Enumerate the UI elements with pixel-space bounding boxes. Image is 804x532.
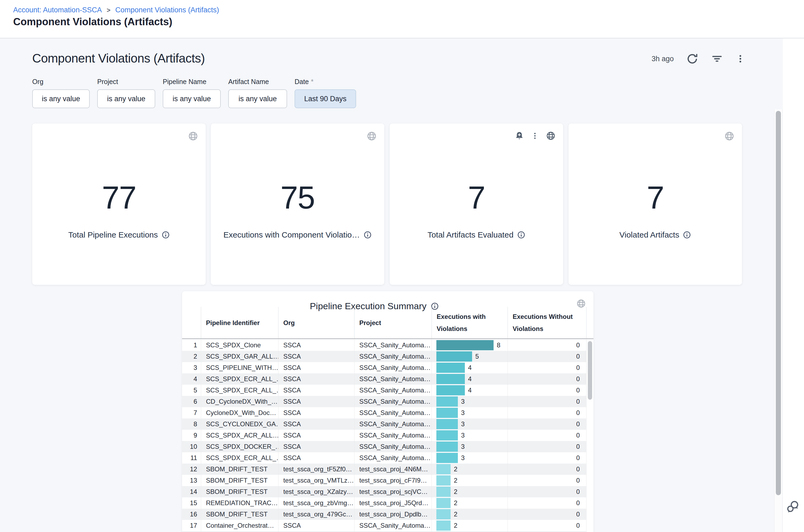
project-cell: SSCA_Sanity_Automa… — [354, 452, 432, 463]
filter-value-button[interactable]: is any value — [32, 89, 90, 108]
violations-bar — [436, 498, 451, 508]
info-icon[interactable] — [363, 231, 372, 239]
table-row: 17Container_Orchestrat…SSCASSCA_Sanity_A… — [182, 520, 594, 531]
row-number-cell: 1 — [182, 340, 201, 351]
last-refreshed-timestamp: 3h ago — [652, 55, 674, 63]
table-row: 14SBOM_DRIFT_TESTtest_ssca_org_XZalzy…te… — [182, 486, 594, 497]
table-column-header: Executions with Violations — [432, 307, 507, 339]
table-header-gutter — [586, 307, 594, 339]
table-scrollbar-track — [586, 340, 594, 532]
executions-without-violations-cell: 0 — [507, 497, 586, 509]
org-cell: SSCA — [278, 441, 354, 452]
table-scrollbar-thumb[interactable] — [588, 341, 592, 400]
pipeline-identifier-cell: SCS_SPDX_ACR_ALL… — [201, 430, 278, 441]
executions-with-violations-cell: 3 — [432, 441, 507, 452]
violations-bar — [436, 441, 458, 452]
row-number-cell: 8 — [182, 418, 201, 430]
violations-bar-value: 2 — [454, 511, 457, 518]
row-number-cell: 6 — [182, 396, 201, 407]
violations-bar — [436, 430, 458, 440]
filter-value-button[interactable]: is any value — [163, 89, 221, 108]
org-cell: SSCA — [278, 351, 354, 362]
pipeline-identifier-cell: CD_CycloneDX_With_… — [201, 396, 278, 407]
pipeline-identifier-cell: SCS_SPDX_Clone — [201, 340, 278, 351]
filter-label: Org — [32, 78, 90, 86]
project-cell: SSCA_Sanity_Automa… — [354, 351, 432, 362]
row-number-cell: 16 — [182, 509, 201, 520]
globe-icon[interactable] — [188, 131, 198, 141]
row-number-cell: 5 — [182, 385, 201, 396]
violations-bar-value: 3 — [461, 454, 465, 462]
bell-plus-icon[interactable] — [515, 131, 524, 140]
info-icon[interactable] — [162, 231, 170, 239]
kebab-menu-icon[interactable] — [735, 54, 745, 63]
page-title: Component Violations (Artifacts) — [13, 16, 172, 27]
info-icon[interactable] — [517, 231, 525, 239]
project-cell: test_ssca_proj_cF7I9… — [354, 475, 432, 486]
table-row: 8SCS_CYCLONEDX_GA…SSCASSCA_Sanity_Automa… — [182, 418, 594, 430]
top-navigation-bar: Account: Automation-SSCA > Component Vio… — [0, 0, 804, 38]
table-row: 12SBOM_DRIFT_TESTtest_ssca_org_tF5Zf0…te… — [182, 463, 594, 475]
chat-help-icon[interactable] — [786, 500, 800, 514]
pipeline-identifier-cell: SCS_PIPELINE_WITH… — [201, 362, 278, 373]
table-column-header — [182, 307, 201, 339]
executions-without-violations-cell: 0 — [507, 486, 586, 497]
executions-with-violations-cell: 4 — [432, 362, 507, 373]
refresh-icon[interactable] — [686, 53, 698, 65]
table-column-header: Project — [354, 307, 432, 339]
filter-label: Project — [97, 78, 155, 86]
row-number-cell: 7 — [182, 407, 201, 418]
metric-card: 75Executions with Component Violatio… — [211, 124, 384, 285]
page-scrollbar-thumb[interactable] — [776, 111, 781, 495]
breadcrumb-page-link[interactable]: Component Violations (Artifacts) — [115, 6, 219, 14]
org-cell: test_ssca_org_XZalzy… — [278, 486, 354, 497]
filter-value-button[interactable]: is any value — [228, 89, 287, 108]
violations-bar — [436, 453, 458, 463]
filter-label: Pipeline Name — [163, 78, 221, 86]
pipeline-identifier-cell: REMEDIATION_TRAC… — [201, 497, 278, 509]
row-number-cell: 17 — [182, 520, 201, 531]
table-column-header: Pipeline Identifier — [201, 307, 278, 339]
filter-value-button[interactable]: is any value — [97, 89, 155, 108]
violations-bar — [436, 419, 458, 429]
project-cell: SSCA_Sanity_Automa… — [354, 396, 432, 407]
org-cell: test_ssca_org_VMTLz… — [278, 475, 354, 486]
violations-bar-value: 3 — [461, 409, 465, 417]
project-cell: SSCA_Sanity_Automa… — [354, 340, 432, 351]
pipeline-identifier-cell: SCS_SPDX_GAR_ALL… — [201, 351, 278, 362]
breadcrumb-account-link[interactable]: Account: Automation-SSCA — [13, 6, 102, 14]
executions-with-violations-cell: 3 — [432, 452, 507, 463]
violations-bar — [436, 374, 465, 384]
executions-with-violations-cell: 3 — [432, 396, 507, 407]
violations-bar — [436, 520, 451, 531]
project-cell: SSCA_Sanity_Automa… — [354, 407, 432, 418]
table-row: 15REMEDIATION_TRAC…test_ssca_org_zbVmg…t… — [182, 497, 594, 509]
row-number-cell: 15 — [182, 497, 201, 509]
violations-bar — [436, 363, 465, 373]
globe-icon[interactable] — [546, 131, 556, 141]
executions-with-violations-cell: 2 — [432, 486, 507, 497]
table-row: 3SCS_PIPELINE_WITH…SSCASSCA_Sanity_Autom… — [182, 362, 594, 373]
project-cell: SSCA_Sanity_Automa… — [354, 520, 432, 531]
executions-without-violations-cell: 0 — [507, 418, 586, 430]
project-cell: test_ssca_proj_J5Qrd… — [354, 497, 432, 509]
row-number-cell: 11 — [182, 452, 201, 463]
violations-bar-value: 8 — [497, 341, 500, 349]
pipeline-identifier-cell: CycloneDX_With_Doc… — [201, 407, 278, 418]
violations-bar-value: 2 — [454, 488, 457, 495]
violations-bar-value: 4 — [468, 386, 471, 394]
globe-icon[interactable] — [367, 131, 377, 141]
card-actions — [367, 131, 377, 141]
project-cell: test_ssca_proj_Dpdlb… — [354, 509, 432, 520]
metric-value: 75 — [211, 179, 384, 216]
executions-without-violations-cell: 0 — [507, 441, 586, 452]
project-cell: SSCA_Sanity_Automa… — [354, 362, 432, 373]
info-icon[interactable] — [683, 231, 691, 239]
executions-with-violations-cell: 3 — [432, 418, 507, 430]
kebab-menu-icon[interactable] — [531, 132, 539, 140]
executions-without-violations-cell: 0 — [507, 430, 586, 441]
violations-bar-value: 2 — [454, 466, 457, 473]
globe-icon[interactable] — [724, 131, 734, 141]
filter-icon[interactable] — [711, 53, 723, 65]
filter-value-button[interactable]: Last 90 Days — [295, 89, 356, 108]
